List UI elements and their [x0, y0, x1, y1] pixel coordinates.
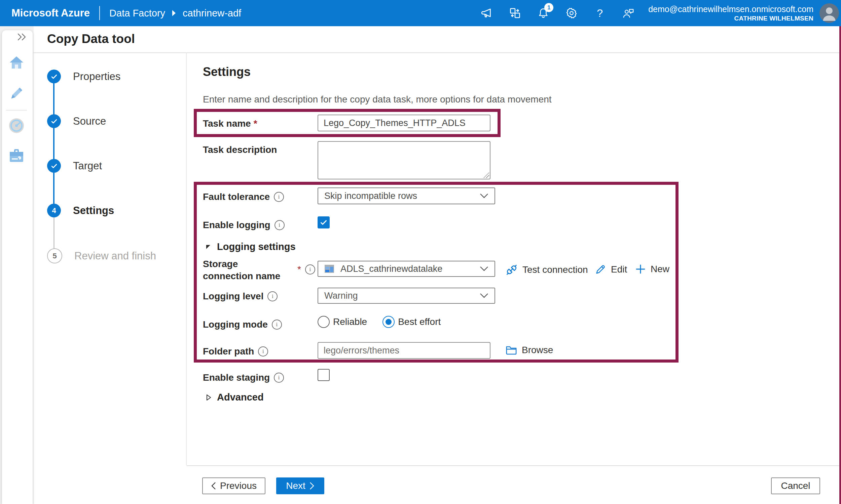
- info-icon[interactable]: i: [272, 320, 282, 330]
- new-connection-link[interactable]: New: [635, 264, 669, 274]
- screenshot-edge-line: [839, 26, 841, 504]
- edit-pencil-icon: [595, 264, 606, 275]
- avatar[interactable]: [820, 3, 839, 23]
- collapse-triangle-icon: [205, 244, 211, 250]
- folder-path-label: Folder pathi: [203, 346, 268, 357]
- step-label: Settings: [73, 205, 114, 217]
- bell-icon[interactable]: 1: [537, 7, 549, 19]
- step-label: Source: [73, 115, 106, 127]
- account-block[interactable]: demo@cathrinewilhelmsen.onmicrosoft.com …: [648, 4, 813, 22]
- breadcrumb-factory[interactable]: cathrinew-adf: [183, 8, 241, 19]
- sidebar-divider: [6, 110, 27, 110]
- browse-link[interactable]: Browse: [505, 345, 553, 356]
- step-connector-complete: [53, 77, 54, 211]
- settings-heading: Settings: [203, 65, 251, 79]
- info-icon[interactable]: i: [274, 192, 284, 202]
- chevron-right-icon: [309, 482, 314, 490]
- steps-content-divider: [186, 53, 187, 465]
- cancel-button[interactable]: Cancel: [771, 478, 820, 494]
- gear-icon[interactable]: [566, 7, 578, 19]
- fault-tolerance-dropdown[interactable]: Skip incompatible rows: [317, 187, 495, 204]
- wizard-step-review[interactable]: 5 Review and finish: [47, 248, 156, 264]
- chevron-down-icon: [480, 193, 488, 199]
- logging-mode-radio-group: Reliable Best effort: [317, 316, 441, 328]
- info-icon[interactable]: i: [275, 220, 285, 230]
- expand-chevrons-icon[interactable]: [16, 33, 28, 43]
- account-name: CATHRINE WILHELMSEN: [648, 15, 813, 22]
- enable-staging-checkbox[interactable]: [317, 369, 330, 381]
- breadcrumb-app[interactable]: Data Factory: [109, 8, 165, 19]
- account-email: demo@cathrinewilhelmsen.onmicrosoft.com: [648, 4, 813, 15]
- edit-connection-link[interactable]: Edit: [595, 264, 627, 275]
- enable-logging-checkbox[interactable]: [317, 216, 330, 229]
- folder-icon: [505, 345, 517, 355]
- info-icon[interactable]: i: [258, 346, 268, 357]
- task-name-label: Task name*: [203, 118, 257, 129]
- enable-logging-label: Enable loggingi: [203, 220, 285, 231]
- task-description-wrap: [317, 141, 491, 179]
- logging-level-dropdown[interactable]: Warning: [317, 288, 495, 304]
- manage-toolbox-icon[interactable]: [8, 147, 25, 164]
- storage-connection-required: * i: [297, 264, 315, 275]
- wizard-step-settings[interactable]: 4 Settings: [47, 204, 114, 217]
- plus-icon: [635, 264, 646, 274]
- plug-icon: [505, 264, 518, 276]
- step-label: Properties: [73, 71, 120, 83]
- previous-button[interactable]: Previous: [202, 478, 265, 494]
- wizard-step-properties[interactable]: Properties: [47, 70, 120, 83]
- chevron-down-icon: [480, 293, 488, 299]
- radio-best-effort[interactable]: [382, 316, 395, 328]
- azure-brand[interactable]: Microsoft Azure: [12, 7, 90, 19]
- required-asterisk: *: [254, 118, 257, 129]
- azure-top-bar: Microsoft Azure Data Factory cathrinew-a…: [0, 0, 841, 26]
- step-number-badge: 4: [47, 204, 61, 217]
- title-divider: [33, 52, 841, 53]
- directory-switch-icon[interactable]: [509, 7, 521, 19]
- step-label: Review and finish: [74, 250, 156, 262]
- info-icon[interactable]: i: [268, 291, 277, 301]
- monitor-gauge-icon[interactable]: [8, 117, 25, 134]
- radio-reliable[interactable]: [317, 316, 330, 328]
- author-pencil-icon[interactable]: [8, 85, 25, 102]
- expand-triangle-icon: [206, 394, 211, 401]
- radio-best-effort-label[interactable]: Best effort: [398, 317, 441, 327]
- next-button[interactable]: Next: [276, 478, 324, 494]
- fault-tolerance-label: Fault tolerancei: [203, 192, 284, 202]
- topbar-icon-group: 1 ?: [481, 7, 634, 19]
- step-check-icon: [47, 159, 61, 173]
- task-description-textarea[interactable]: [317, 141, 491, 179]
- page-title: Copy Data tool: [47, 32, 135, 46]
- test-connection-link[interactable]: Test connection: [505, 264, 588, 276]
- notification-badge: 1: [544, 3, 553, 12]
- settings-subtitle: Enter name and description for the copy …: [203, 94, 552, 105]
- resize-handle-icon[interactable]: [483, 172, 489, 178]
- task-name-input[interactable]: [317, 114, 491, 131]
- info-icon[interactable]: i: [274, 373, 284, 383]
- breadcrumb-arrow-icon: [171, 10, 177, 17]
- radio-reliable-label[interactable]: Reliable: [333, 317, 367, 327]
- home-icon[interactable]: [8, 54, 25, 71]
- logging-level-label: Logging leveli: [203, 291, 277, 302]
- feedback-icon[interactable]: [622, 7, 634, 19]
- step-number-badge: 5: [47, 248, 62, 264]
- task-description-label: Task description: [203, 144, 277, 155]
- step-label: Target: [73, 160, 102, 172]
- info-icon[interactable]: i: [305, 265, 315, 274]
- copy-data-tool-window: Microsoft Azure Data Factory cathrinew-a…: [0, 0, 841, 504]
- logging-mode-label: Logging modei: [203, 319, 282, 330]
- logging-settings-toggle[interactable]: Logging settings: [205, 241, 296, 252]
- wizard-step-source[interactable]: Source: [47, 114, 106, 128]
- advanced-toggle[interactable]: Advanced: [206, 392, 264, 403]
- storage-connection-label: Storage connection name: [203, 258, 290, 283]
- chevron-down-icon: [480, 266, 488, 271]
- checkmark-icon: [320, 218, 328, 227]
- footer-divider: [187, 465, 841, 466]
- adls-linked-service-icon: [324, 264, 334, 274]
- storage-connection-dropdown[interactable]: ADLS_cathrinewdatalake: [317, 261, 495, 277]
- help-icon[interactable]: ?: [594, 7, 606, 19]
- step-check-icon: [47, 114, 61, 128]
- folder-path-input[interactable]: [317, 342, 491, 359]
- megaphone-icon[interactable]: [481, 7, 493, 19]
- enable-staging-label: Enable stagingi: [203, 372, 284, 383]
- wizard-step-target[interactable]: Target: [47, 159, 102, 173]
